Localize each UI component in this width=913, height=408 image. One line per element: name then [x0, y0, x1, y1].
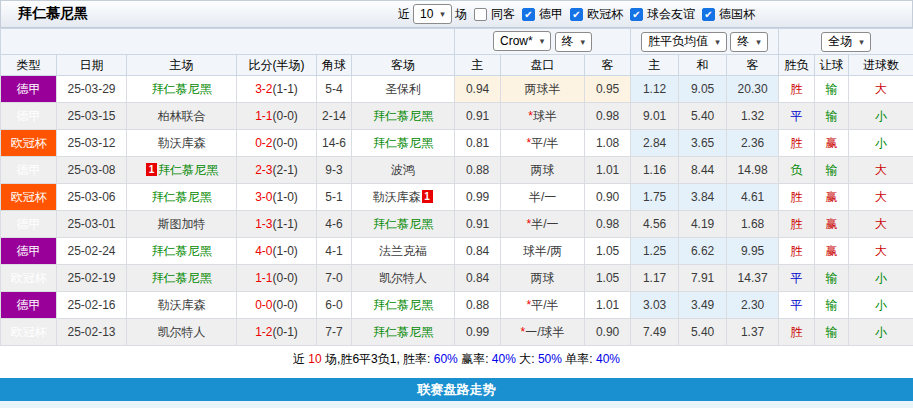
recent-label: 近	[398, 6, 410, 23]
away-team: 法兰克福	[352, 238, 455, 265]
fulltime-score: 1-1	[255, 271, 272, 285]
bookmaker-select[interactable]: Crow*▾	[493, 31, 551, 51]
league-badge: 德甲	[1, 292, 57, 319]
handicap-line-text: 两球	[531, 271, 555, 285]
score: 1-2(0-1)	[237, 319, 317, 346]
corner-score: 7-0	[317, 265, 352, 292]
avg-time-select[interactable]: 终▾	[730, 32, 768, 52]
league-badge: 欧冠杯	[1, 130, 57, 157]
avg-home-odds: 7.49	[631, 319, 679, 346]
scope-select[interactable]: 全场▾	[821, 32, 871, 52]
handicap-line-text: 两球半	[525, 82, 561, 96]
league-checkbox[interactable]: ✔	[630, 8, 643, 21]
halftime-score: (2-1)	[273, 163, 298, 177]
scope-selector-cell: 全场▾	[779, 29, 913, 55]
avg-home-odds: 1.17	[631, 265, 679, 292]
match-date: 25-03-29	[57, 76, 127, 103]
same-away-checkbox[interactable]	[474, 8, 487, 21]
fulltime-score: 4-0	[255, 244, 272, 258]
score: 3-2(1-1)	[237, 76, 317, 103]
halftime-score: (1-1)	[273, 82, 298, 96]
avg-odds-select-value: 胜平负均值	[648, 33, 708, 50]
avg-home-odds: 1.25	[631, 238, 679, 265]
handicap-home-odds: 0.81	[455, 130, 501, 157]
fulltime-score: 2-3	[255, 163, 272, 177]
league-badge: 德甲	[1, 103, 57, 130]
col-handicap-away: 客	[585, 55, 631, 76]
league-checkbox-label: 欧冠杯	[587, 6, 623, 23]
away-team-name: 拜仁慕尼黑	[373, 325, 433, 339]
score: 1-3(1-1)	[237, 211, 317, 238]
bookmaker-time-select[interactable]: 终▾	[555, 32, 593, 52]
home-team: 勒沃库森	[127, 130, 237, 157]
away-team-name: 勒沃库森	[373, 190, 421, 204]
handicap-away-odds: 1.05	[585, 238, 631, 265]
away-team: 拜仁慕尼黑	[352, 130, 455, 157]
league-badge: 欧冠杯	[1, 319, 57, 346]
match-row: 德甲 25-03-15 柏林联合 1-1(0-0) 2-14 拜仁慕尼黑 0.9…	[1, 103, 913, 130]
avg-home-odds: 2.84	[631, 130, 679, 157]
avg-draw-odds: 5.40	[679, 319, 727, 346]
handicap-away-odds: 1.01	[585, 157, 631, 184]
match-date: 25-03-08	[57, 157, 127, 184]
league-checkbox[interactable]: ✔	[702, 8, 715, 21]
avg-draw-odds: 7.91	[679, 265, 727, 292]
handicap-home-odds: 0.88	[455, 292, 501, 319]
avg-odds-select[interactable]: 胜平负均值▾	[641, 32, 727, 52]
handicap-away-odds: 0.98	[585, 211, 631, 238]
match-row: 德甲 25-03-01 斯图加特 1-3(1-1) 4-6 拜仁慕尼黑 0.91…	[1, 211, 913, 238]
avg-away-odds: 9.95	[727, 238, 779, 265]
handicap-line: 两球	[501, 265, 585, 292]
result-goals: 小	[849, 265, 913, 292]
result-outcome: 胜	[779, 238, 815, 265]
handicap-away-odds: 1.05	[585, 265, 631, 292]
corner-score: 2-14	[317, 103, 352, 130]
home-team-name: 凯尔特人	[158, 325, 206, 339]
result-goals: 小	[849, 103, 913, 130]
league-checkbox[interactable]: ✔	[570, 8, 583, 21]
avg-draw-odds: 3.65	[679, 130, 727, 157]
chevron-down-icon: ▾	[715, 37, 720, 47]
score: 0-2(0-0)	[237, 130, 317, 157]
away-team-name: 拜仁慕尼黑	[373, 217, 433, 231]
same-away-label: 同客	[491, 6, 515, 23]
home-team-name: 拜仁慕尼黑	[158, 163, 218, 177]
fulltime-score: 3-2	[255, 82, 272, 96]
home-team-name: 拜仁慕尼黑	[152, 190, 212, 204]
score: 1-1(0-0)	[237, 103, 317, 130]
recent-count-value: 10	[420, 7, 433, 21]
avg-draw-odds: 6.62	[679, 238, 727, 265]
handicap-away-odds: 1.08	[585, 130, 631, 157]
bookmaker-select-value: Crow*	[500, 34, 533, 48]
avg-away-odds: 1.37	[727, 319, 779, 346]
score: 0-0(0-0)	[237, 292, 317, 319]
league-checkbox[interactable]: ✔	[522, 8, 535, 21]
summary-segment: 60%	[434, 352, 458, 366]
score: 1-1(0-0)	[237, 265, 317, 292]
score: 2-3(2-1)	[237, 157, 317, 184]
match-row: 欧冠杯 25-03-12 勒沃库森 0-2(0-0) 14-6 拜仁慕尼黑 0.…	[1, 130, 913, 157]
away-team: 波鸿	[352, 157, 455, 184]
result-goals: 大	[849, 157, 913, 184]
avg-home-odds: 4.56	[631, 211, 679, 238]
home-team: 拜仁慕尼黑	[127, 238, 237, 265]
home-team-name: 斯图加特	[158, 217, 206, 231]
handicap-line-text: 平/半	[531, 298, 558, 312]
corner-score: 6-0	[317, 292, 352, 319]
result-goals: 大	[849, 238, 913, 265]
result-outcome: 胜	[779, 319, 815, 346]
result-outcome: 平	[779, 292, 815, 319]
col-away: 客场	[352, 55, 455, 76]
handicap-line-text: 一/球半	[525, 325, 564, 339]
league-badge: 德甲	[1, 76, 57, 103]
summary-segment: 单率:	[565, 352, 592, 366]
match-history-table: Crow*▾ 终▾ 胜平负均值▾ 终▾ 全场▾ 类型 日期 主场 比分(半场) …	[0, 28, 913, 346]
recent-count-select[interactable]: 10▾	[413, 4, 452, 24]
away-team-name: 拜仁慕尼黑	[373, 109, 433, 123]
col-corner: 角球	[317, 55, 352, 76]
col-avg-home: 主	[631, 55, 679, 76]
away-team: 拜仁慕尼黑	[352, 103, 455, 130]
avg-odds-selector-cell: 胜平负均值▾ 终▾	[631, 29, 779, 55]
away-team: 勒沃库森1	[352, 184, 455, 211]
halftime-score: (0-0)	[273, 298, 298, 312]
